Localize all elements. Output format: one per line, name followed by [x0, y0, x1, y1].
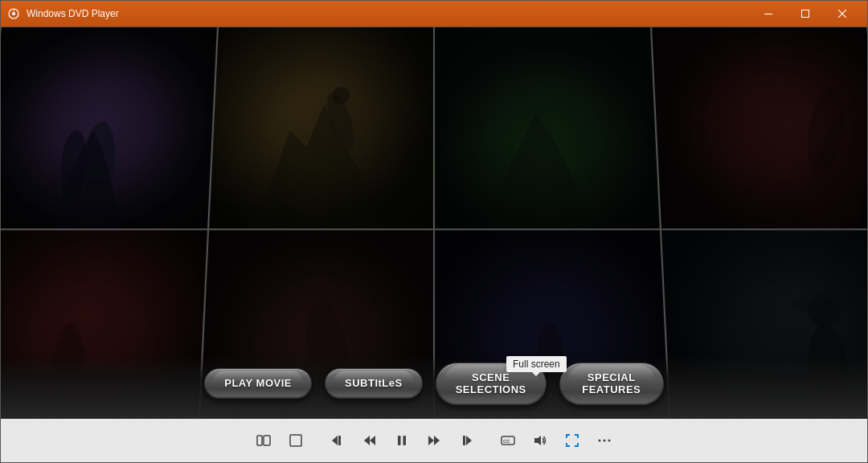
- window-title: Windows DVD Player: [27, 8, 119, 19]
- special-features-label: SPECIALFEATURES: [582, 371, 641, 396]
- svg-marker-37: [466, 436, 472, 445]
- video-area: PLAY MOVIE SUBTItLeS SCENESELECTIONS SPE…: [1, 27, 867, 419]
- skip-back-icon: [330, 433, 345, 448]
- tile-3: [651, 27, 868, 229]
- svg-text:CC: CC: [503, 439, 510, 444]
- svg-rect-14: [652, 27, 867, 228]
- captions-button[interactable]: CC: [493, 426, 522, 455]
- svg-rect-34: [403, 436, 407, 445]
- svg-rect-27: [264, 436, 270, 445]
- volume-icon: [533, 433, 547, 448]
- svg-rect-38: [463, 436, 465, 445]
- svg-point-8: [58, 130, 89, 202]
- fast-forward-icon: [427, 433, 441, 448]
- rewind-button[interactable]: [355, 426, 384, 455]
- svg-point-42: [599, 440, 601, 442]
- panels-icon: [256, 433, 271, 448]
- svg-marker-41: [534, 436, 541, 445]
- fullscreen-tooltip: Full screen: [506, 356, 567, 372]
- play-movie-button[interactable]: PLAY MOVIE: [204, 368, 312, 399]
- svg-point-1: [12, 12, 15, 15]
- captions-icon: CC: [501, 433, 515, 448]
- toggle-panels-button[interactable]: [249, 426, 278, 455]
- fullscreen-button[interactable]: [558, 426, 587, 455]
- svg-rect-4: [802, 10, 809, 18]
- svg-rect-13: [435, 27, 659, 228]
- dvd-menu-buttons: PLAY MOVIE SUBTItLeS SCENESELECTIONS SPE…: [1, 354, 867, 419]
- play-movie-label: PLAY MOVIE: [224, 377, 292, 389]
- app-icon: [7, 7, 20, 20]
- subtitles-button[interactable]: SUBTItLeS: [325, 368, 423, 399]
- play-pause-button[interactable]: [387, 426, 416, 455]
- more-options-button[interactable]: [590, 426, 619, 455]
- svg-marker-35: [428, 436, 434, 445]
- svg-point-9: [81, 121, 117, 201]
- fast-forward-button[interactable]: [420, 426, 448, 455]
- app-window: Windows DVD Player: [0, 0, 868, 463]
- skip-forward-button[interactable]: [452, 426, 481, 455]
- svg-point-24: [806, 298, 840, 326]
- toggle-window-button[interactable]: [281, 426, 310, 455]
- svg-rect-26: [257, 436, 262, 445]
- svg-marker-32: [370, 436, 375, 445]
- volume-button[interactable]: [526, 426, 555, 455]
- svg-point-15: [801, 84, 850, 178]
- svg-rect-30: [338, 436, 341, 445]
- svg-point-23: [791, 293, 854, 316]
- svg-rect-7: [1, 27, 216, 228]
- title-bar-left: Windows DVD Player: [7, 7, 119, 20]
- skip-back-button[interactable]: [323, 426, 352, 455]
- subtitles-label: SUBTItLeS: [345, 377, 403, 389]
- svg-point-43: [604, 440, 606, 442]
- svg-point-44: [608, 440, 611, 442]
- window-icon: [289, 433, 303, 448]
- tile-0: [1, 27, 217, 229]
- close-button[interactable]: [824, 1, 861, 27]
- tile-1: [208, 27, 434, 229]
- pause-icon: [395, 433, 409, 448]
- svg-rect-3: [764, 14, 772, 14]
- tile-2: [434, 27, 660, 229]
- svg-marker-36: [434, 436, 440, 445]
- rewind-icon: [362, 433, 377, 448]
- window-controls: [750, 1, 861, 27]
- more-icon: [597, 433, 612, 448]
- skip-forward-icon: [459, 433, 473, 448]
- restore-button[interactable]: [787, 1, 824, 27]
- fullscreen-icon: [565, 433, 579, 448]
- title-bar: Windows DVD Player: [1, 1, 867, 27]
- svg-point-11: [321, 89, 360, 154]
- scene-selections-label: SCENESELECTIONS: [456, 371, 526, 396]
- svg-point-12: [332, 87, 349, 104]
- minimize-button[interactable]: [750, 1, 787, 27]
- svg-marker-31: [364, 436, 370, 445]
- special-features-button[interactable]: SPECIALFEATURES: [559, 363, 664, 405]
- svg-rect-33: [398, 436, 401, 445]
- control-bar: CC: [1, 419, 867, 462]
- svg-marker-29: [332, 436, 338, 445]
- svg-rect-28: [290, 435, 301, 446]
- svg-rect-10: [209, 27, 433, 228]
